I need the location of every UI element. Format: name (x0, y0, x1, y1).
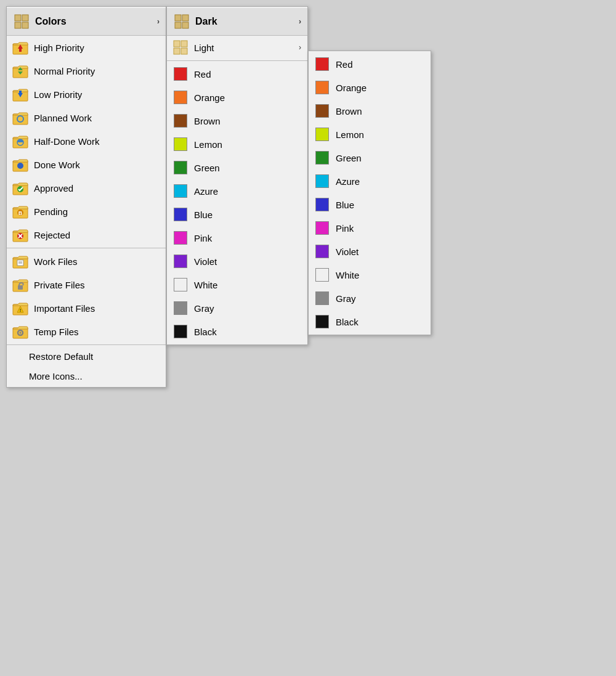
light-brown-label: Brown (336, 106, 424, 116)
work-files-icon (12, 253, 29, 270)
dark-brown-label: Brown (194, 116, 301, 126)
light-violet-label: Violet (336, 246, 424, 257)
light-blue-item[interactable]: Blue (309, 193, 431, 216)
svg-rect-2 (15, 22, 21, 28)
separator-1 (7, 248, 166, 248)
planned-work-label: Planned Work (34, 113, 160, 123)
rejected-label: Rejected (34, 230, 160, 240)
dark-lemon-label: Lemon (194, 139, 301, 150)
done-work-icon (12, 156, 29, 173)
light-red-item[interactable]: Red (309, 52, 431, 76)
dark-red-item[interactable]: Red (167, 62, 307, 86)
normal-priority-item[interactable]: Normal Priority (7, 59, 166, 83)
pending-label: Pending (34, 206, 160, 217)
approved-item[interactable]: Approved (7, 176, 166, 200)
dark-gray-label: Gray (194, 303, 301, 314)
light-orange-item[interactable]: Orange (309, 76, 431, 99)
light-white-item[interactable]: White (309, 263, 431, 287)
light-blue-label: Blue (336, 200, 424, 210)
dark-label: Dark (195, 16, 293, 27)
svg-rect-44 (174, 41, 180, 47)
planned-work-item[interactable]: Planned Work (7, 106, 166, 129)
dark-blue-item[interactable]: Blue (167, 203, 307, 226)
dark-lemon-icon (172, 136, 189, 153)
svg-text:B: B (18, 210, 23, 216)
dark-violet-item[interactable]: Violet (167, 250, 307, 273)
light-gray-item[interactable]: Gray (309, 287, 431, 310)
more-icons-item[interactable]: More Icons... (7, 366, 166, 386)
light-red-label: Red (336, 59, 424, 70)
svg-rect-12 (19, 91, 22, 94)
menu-container: Colors › High Priority (6, 6, 166, 388)
private-files-item[interactable]: Private Files (7, 273, 166, 296)
dark-red-icon (172, 65, 189, 83)
svg-rect-0 (15, 15, 21, 21)
dark-pink-item[interactable]: Pink (167, 226, 307, 250)
dark-orange-item[interactable]: Orange (167, 86, 307, 109)
important-files-icon: ! (12, 299, 29, 317)
svg-point-39 (20, 332, 22, 334)
dark-red-label: Red (194, 69, 301, 79)
dark-azure-icon (172, 182, 189, 200)
done-work-item[interactable]: Done Work (7, 153, 166, 176)
dark-gray-item[interactable]: Gray (167, 296, 307, 320)
colors-arrow: › (157, 17, 160, 26)
high-priority-icon (12, 39, 29, 56)
light-green-icon (314, 149, 331, 166)
rejected-item[interactable]: Rejected (7, 223, 166, 246)
light-green-item[interactable]: Green (309, 146, 431, 169)
dark-violet-icon (172, 253, 189, 270)
normal-priority-label: Normal Priority (34, 66, 160, 76)
dark-menu-header[interactable]: Dark › (167, 8, 307, 36)
svg-rect-1 (22, 15, 28, 21)
light-brown-item[interactable]: Brown (309, 99, 431, 123)
light-lemon-icon (314, 126, 331, 143)
svg-text:!: ! (20, 307, 22, 313)
dark-separator (167, 60, 307, 61)
half-done-work-icon (12, 132, 29, 150)
dark-brown-item[interactable]: Brown (167, 109, 307, 132)
light-pink-icon (314, 219, 331, 237)
temp-files-item[interactable]: Temp Files (7, 320, 166, 343)
important-files-item[interactable]: ! Important Files (7, 296, 166, 320)
dark-grid-icon (173, 13, 190, 30)
dark-black-icon (172, 323, 189, 340)
half-done-work-item[interactable]: Half-Done Work (7, 129, 166, 153)
dark-white-item[interactable]: White (167, 273, 307, 296)
light-lemon-label: Lemon (336, 129, 424, 140)
light-item[interactable]: Light › (167, 36, 307, 59)
dark-lemon-item[interactable]: Lemon (167, 132, 307, 156)
dark-blue-label: Blue (194, 210, 301, 220)
low-priority-item[interactable]: Low Priority (7, 83, 166, 106)
dark-green-item[interactable]: Green (167, 156, 307, 179)
dark-black-label: Black (194, 327, 301, 337)
svg-rect-3 (22, 22, 28, 28)
approved-icon (12, 179, 29, 197)
light-azure-item[interactable]: Azure (309, 169, 431, 193)
svg-rect-41 (182, 15, 188, 21)
high-priority-item[interactable]: High Priority (7, 36, 166, 59)
svg-rect-6 (19, 49, 22, 52)
light-brown-icon (314, 102, 331, 120)
dark-white-icon (172, 276, 189, 293)
dark-black-item[interactable]: Black (167, 320, 307, 343)
normal-priority-icon (12, 62, 29, 79)
light-azure-icon (314, 173, 331, 190)
light-violet-item[interactable]: Violet (309, 240, 431, 263)
work-files-item[interactable]: Work Files (7, 250, 166, 273)
dark-pink-label: Pink (194, 233, 301, 243)
pending-item[interactable]: B Pending (7, 200, 166, 223)
grid-icon (13, 13, 30, 30)
high-priority-label: High Priority (34, 43, 160, 53)
colors-menu-header[interactable]: Colors › (7, 8, 166, 36)
restore-default-item[interactable]: Restore Default (7, 346, 166, 366)
rejected-icon (12, 226, 29, 243)
dark-azure-item[interactable]: Azure (167, 179, 307, 203)
more-icons-label: More Icons... (29, 371, 83, 381)
light-lemon-item[interactable]: Lemon (309, 123, 431, 146)
light-pink-item[interactable]: Pink (309, 216, 431, 240)
private-files-icon (12, 276, 29, 293)
light-gray-label: Gray (336, 293, 424, 304)
light-black-item[interactable]: Black (309, 310, 431, 333)
low-priority-icon (12, 86, 29, 103)
